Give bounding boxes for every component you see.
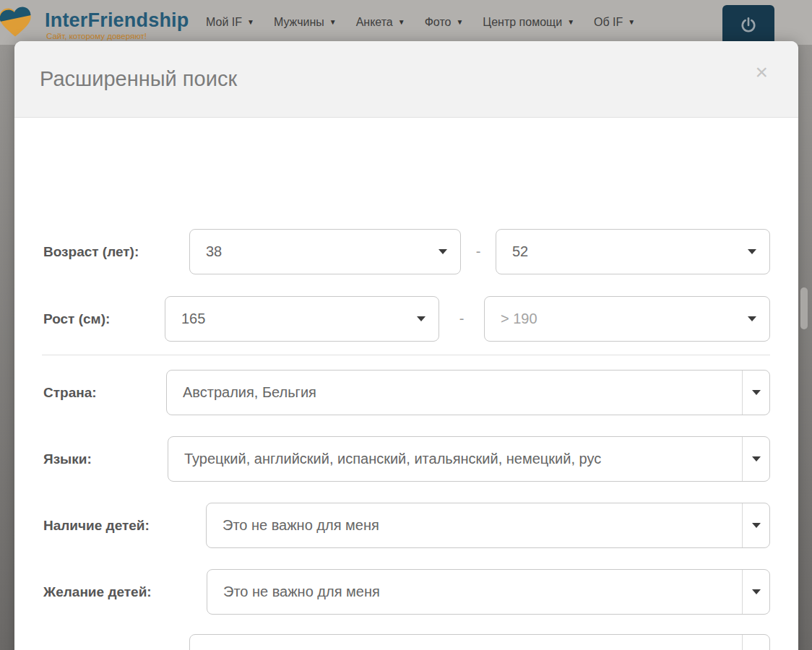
field-label: Наличие детей:: [43, 518, 206, 534]
chevron-down-icon: ▼: [329, 19, 337, 26]
height-to-select[interactable]: > 190: [484, 296, 770, 342]
chevron-down-icon: ▼: [398, 19, 405, 26]
menu-label: Фото: [425, 16, 452, 29]
dropdown-arrow-button[interactable]: [742, 635, 769, 650]
selected-value: 52: [496, 243, 742, 260]
field-label: Страна:: [43, 385, 166, 401]
logout-button[interactable]: [722, 5, 774, 45]
chevron-down-icon: ▼: [567, 19, 574, 26]
modal-header: Расширенный поиск ×: [14, 41, 798, 118]
page-scrollbar[interactable]: [800, 287, 808, 329]
close-icon[interactable]: ×: [755, 61, 768, 83]
dropdown-arrow-icon: [752, 589, 761, 594]
dropdown-arrow-icon: [752, 390, 761, 395]
zodiac-select[interactable]: Овен, Телец, Близнецы, Рак, Лев, Дева, В…: [189, 634, 770, 650]
menu-item-about-if[interactable]: Об IF ▼: [594, 16, 635, 29]
dropdown-arrow-icon: [748, 249, 756, 254]
menu-item-men[interactable]: Мужчины ▼: [274, 16, 337, 29]
field-label: Желание детей:: [43, 584, 207, 600]
dropdown-arrow-icon: [748, 316, 756, 321]
selected-value: > 190: [485, 311, 742, 327]
selected-value: Это не важно для меня: [207, 517, 742, 534]
menu-label: Об IF: [594, 16, 623, 29]
menu-label: Мужчины: [274, 16, 324, 29]
field-row-zodiac: Знак зодиака: Овен, Телец, Близнецы, Рак…: [43, 634, 770, 650]
top-navigation-bar: InterFriendship Сайт, которому доверяют!…: [0, 0, 812, 45]
selected-value: Турецкий, английский, испанский, итальян…: [168, 451, 742, 467]
dropdown-arrow-button[interactable]: [742, 570, 769, 614]
dropdown-arrow-button[interactable]: [742, 437, 769, 481]
country-select[interactable]: Австралия, Бельгия: [166, 370, 770, 415]
height-from-select[interactable]: 165: [165, 296, 439, 342]
dropdown-arrow-icon: [439, 249, 447, 254]
dropdown-arrow-icon: [752, 523, 761, 528]
brand-tagline: Сайт, которому доверяют!: [46, 32, 147, 40]
field-row-wants-children: Желание детей: Это не важно для меня: [43, 569, 770, 615]
chevron-down-icon: ▼: [628, 19, 635, 26]
selected-value: Это не важно для меня: [207, 584, 742, 600]
brand-name[interactable]: InterFriendship: [45, 9, 189, 32]
dropdown-arrow-button[interactable]: [742, 503, 769, 547]
menu-item-profile[interactable]: Анкета ▼: [356, 16, 405, 29]
selected-value: Австралия, Бельгия: [167, 384, 742, 401]
has-children-select[interactable]: Это не важно для меня: [206, 503, 770, 548]
languages-select[interactable]: Турецкий, английский, испанский, итальян…: [168, 436, 770, 482]
dropdown-arrow-button[interactable]: [742, 370, 769, 415]
field-row-height: Рост (см): 165 - > 190: [43, 296, 770, 342]
age-from-select[interactable]: 38: [189, 229, 461, 274]
selected-value: 165: [165, 311, 411, 327]
chevron-down-icon: ▼: [456, 19, 463, 26]
dropdown-arrow-icon: [752, 456, 761, 462]
menu-item-photo[interactable]: Фото ▼: [425, 16, 464, 29]
menu-label: Центр помощи: [483, 16, 562, 29]
menu-label: Анкета: [356, 16, 393, 29]
modal-title: Расширенный поиск: [40, 67, 237, 91]
field-row-languages: Языки: Турецкий, английский, испанский, …: [43, 436, 770, 482]
menu-item-my-if[interactable]: Мой IF ▼: [206, 16, 254, 29]
chevron-down-icon: ▼: [247, 19, 254, 26]
section-divider: [42, 355, 770, 355]
main-menu: Мой IF ▼ Мужчины ▼ Анкета ▼ Фото ▼ Центр…: [206, 0, 635, 45]
age-to-select[interactable]: 52: [496, 229, 770, 274]
field-row-age: Возраст (лет): 38 - 52: [43, 229, 770, 274]
field-row-has-children: Наличие детей: Это не важно для меня: [43, 503, 770, 548]
power-icon: [739, 16, 758, 35]
selected-value: 38: [190, 243, 433, 260]
page-background: InterFriendship Сайт, которому доверяют!…: [0, 0, 812, 650]
dropdown-arrow-icon: [417, 316, 426, 321]
field-label: Возраст (лет):: [43, 244, 189, 260]
menu-label: Мой IF: [206, 16, 242, 29]
menu-item-help-center[interactable]: Центр помощи ▼: [483, 16, 574, 29]
advanced-search-modal: Расширенный поиск × Возраст (лет): 38 - …: [14, 41, 798, 650]
field-label: Языки:: [43, 451, 168, 467]
range-separator: -: [461, 243, 496, 260]
field-row-country: Страна: Австралия, Бельгия: [43, 370, 770, 415]
wants-children-select[interactable]: Это не важно для меня: [207, 569, 770, 615]
field-label: Рост (см):: [43, 311, 165, 327]
heart-logo-icon[interactable]: [0, 4, 35, 41]
range-separator: -: [439, 311, 484, 327]
